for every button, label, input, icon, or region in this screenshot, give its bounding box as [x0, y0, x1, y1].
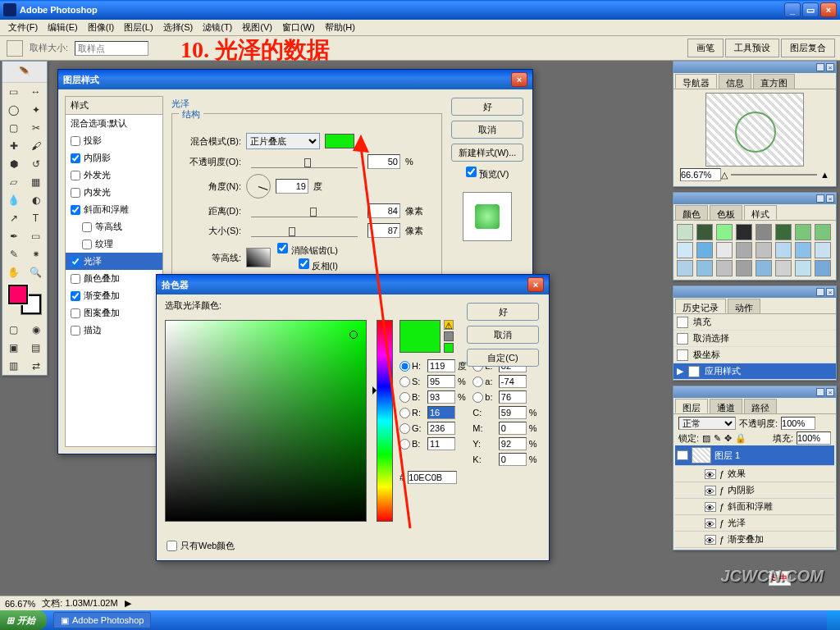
- lock-all-icon[interactable]: 🔒: [735, 433, 746, 444]
- screen-mode-2[interactable]: ▤: [25, 339, 47, 357]
- opt-tool-presets[interactable]: 工具预设: [725, 39, 779, 57]
- layer-item[interactable]: 👁ƒ斜面和浮雕: [675, 499, 834, 515]
- system-tray[interactable]: [827, 610, 840, 630]
- style-inner-shadow[interactable]: 内阴影: [66, 149, 162, 167]
- style-swatch[interactable]: [795, 242, 811, 258]
- r-input[interactable]: [427, 406, 455, 419]
- layer-item[interactable]: 👁图层 1: [675, 445, 834, 466]
- history-item[interactable]: ▶应用样式: [673, 363, 836, 380]
- pen-tool[interactable]: ✒: [2, 227, 25, 245]
- panel-min-icon[interactable]: _: [816, 194, 824, 203]
- layer-item[interactable]: 👁ƒ内阴影: [675, 482, 834, 499]
- wand-tool[interactable]: ✦: [25, 101, 47, 119]
- panel-close-icon[interactable]: ×: [826, 388, 834, 396]
- minimize-button[interactable]: _: [784, 2, 801, 17]
- opacity-slider[interactable]: [251, 155, 358, 168]
- style-swatch[interactable]: [716, 260, 733, 276]
- web-colors-checkbox[interactable]: 只有Web颜色: [167, 540, 235, 552]
- style-swatch[interactable]: [696, 242, 713, 258]
- style-swatch[interactable]: [775, 224, 792, 240]
- tab-channels[interactable]: 通道: [710, 399, 742, 413]
- visibility-icon[interactable]: 👁: [705, 486, 716, 495]
- ok-button[interactable]: 好: [451, 98, 523, 116]
- style-outer-glow[interactable]: 外发光: [66, 167, 162, 184]
- quickmask-mode[interactable]: ◉: [25, 321, 47, 339]
- new-style-button[interactable]: 新建样式(W)...: [451, 144, 523, 162]
- style-swatch[interactable]: [775, 260, 792, 276]
- tab-history[interactable]: 历史记录: [675, 299, 726, 313]
- style-inner-glow[interactable]: 内发光: [66, 184, 162, 201]
- foreground-color[interactable]: [8, 285, 28, 304]
- tab-navigator[interactable]: 导航器: [675, 74, 717, 89]
- b-radio[interactable]: B:: [399, 392, 425, 403]
- panel-min-icon[interactable]: _: [816, 388, 824, 396]
- style-swatch[interactable]: [696, 224, 713, 240]
- distance-input[interactable]: [368, 203, 400, 218]
- style-swatch[interactable]: [795, 260, 811, 276]
- panel-min-icon[interactable]: _: [816, 288, 824, 296]
- menu-help[interactable]: 帮助(H): [320, 20, 360, 35]
- cube-icon[interactable]: [444, 331, 454, 341]
- size-slider[interactable]: [251, 224, 358, 237]
- preview-checkbox[interactable]: 预览(V): [466, 167, 509, 180]
- layer-style-close-button[interactable]: ×: [511, 72, 527, 87]
- style-swatch[interactable]: [677, 224, 693, 240]
- style-swatch[interactable]: [736, 224, 752, 240]
- menu-file[interactable]: 文件(F): [3, 20, 43, 35]
- slice-tool[interactable]: ✂: [25, 119, 47, 137]
- style-swatch[interactable]: [756, 260, 772, 276]
- cancel-button[interactable]: 取消: [451, 121, 523, 139]
- style-bevel[interactable]: 斜面和浮雕: [66, 201, 162, 218]
- panel-close-icon[interactable]: ×: [826, 288, 834, 296]
- blend-mode-select[interactable]: 正片叠底: [246, 133, 320, 149]
- g-radio[interactable]: G:: [399, 423, 425, 434]
- marquee-tool[interactable]: ▭: [2, 83, 25, 101]
- anti-alias-checkbox[interactable]: 消除锯齿(L): [276, 243, 338, 257]
- style-satin[interactable]: 光泽: [66, 253, 162, 270]
- menu-view[interactable]: 视图(V): [237, 20, 277, 35]
- opt-brushes[interactable]: 画笔: [687, 39, 724, 57]
- menu-select[interactable]: 选择(S): [158, 20, 199, 35]
- style-swatch[interactable]: [795, 224, 811, 240]
- bb-radio[interactable]: B:: [399, 439, 425, 450]
- color-picker-close-button[interactable]: ×: [527, 277, 544, 292]
- s-radio[interactable]: S:: [399, 377, 425, 387]
- picker-ok-button[interactable]: 好: [467, 303, 539, 321]
- websafe-icon[interactable]: [444, 343, 454, 353]
- menu-image[interactable]: 图像(I): [83, 20, 119, 35]
- a-input[interactable]: [499, 375, 527, 388]
- s-input[interactable]: [427, 375, 455, 388]
- tab-paths[interactable]: 路径: [744, 399, 777, 413]
- eraser-tool[interactable]: ▱: [2, 173, 25, 191]
- style-pattern-overlay[interactable]: 图案叠加: [66, 304, 162, 322]
- shape-tool[interactable]: ▭: [25, 227, 47, 245]
- dodge-tool[interactable]: ◐: [25, 191, 47, 209]
- start-button[interactable]: ⊞开始: [0, 610, 47, 630]
- zoom-input[interactable]: [680, 168, 721, 181]
- menu-window[interactable]: 窗口(W): [277, 20, 320, 35]
- r-radio[interactable]: R:: [399, 408, 425, 418]
- layer-item[interactable]: 👁ƒ渐变叠加: [675, 532, 834, 548]
- history-item[interactable]: 取消选择: [673, 331, 836, 347]
- opacity-input[interactable]: [368, 154, 400, 169]
- style-texture[interactable]: 纹理: [66, 235, 162, 253]
- heal-tool[interactable]: ✚: [2, 137, 25, 155]
- style-swatch[interactable]: [756, 224, 772, 240]
- path-tool[interactable]: ↗: [2, 209, 25, 227]
- sample-size-input[interactable]: [75, 41, 148, 56]
- lab-b-radio[interactable]: b:: [472, 392, 496, 403]
- type-tool[interactable]: T: [25, 209, 47, 227]
- g-input[interactable]: [427, 422, 455, 435]
- hue-slider[interactable]: [377, 320, 393, 522]
- tab-histogram[interactable]: 直方图: [753, 74, 795, 89]
- style-swatch[interactable]: [815, 260, 831, 276]
- zoom-out-icon[interactable]: △: [721, 170, 728, 180]
- menu-filter[interactable]: 滤镜(T): [198, 20, 237, 35]
- style-swatch[interactable]: [736, 260, 752, 276]
- m-input[interactable]: [499, 422, 527, 435]
- lab-b-input[interactable]: [499, 390, 527, 404]
- color-swatches[interactable]: [8, 285, 41, 314]
- layer-item[interactable]: 👁ƒ光泽: [675, 515, 834, 532]
- history-item[interactable]: 极坐标: [673, 347, 836, 363]
- style-swatch[interactable]: [716, 224, 733, 240]
